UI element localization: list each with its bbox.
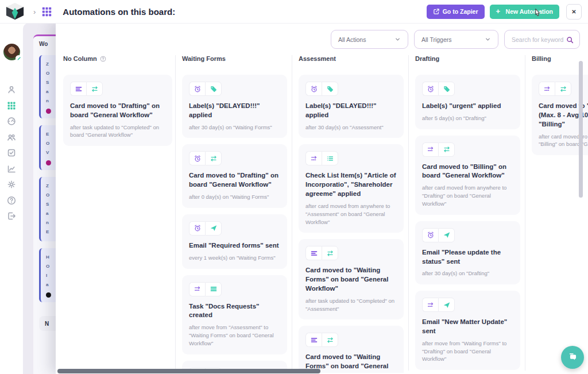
- card-label-dot: [46, 160, 51, 165]
- actions-filter-dropdown[interactable]: All Actions: [331, 30, 408, 49]
- search-icon[interactable]: [566, 36, 574, 43]
- card-icon-row: [305, 333, 397, 347]
- tag-icon: [438, 82, 455, 96]
- column-title: Waiting Forms: [182, 55, 226, 62]
- move-icon: [422, 142, 438, 157]
- keyword-search: [504, 30, 580, 49]
- column-divider: [525, 55, 525, 371]
- move-icon: [422, 298, 438, 312]
- board-grid-icon[interactable]: [41, 6, 52, 17]
- move-icon: [539, 82, 555, 96]
- column-title: No Column: [63, 55, 97, 62]
- card-icon-row: [189, 151, 280, 165]
- chart-icon[interactable]: [7, 164, 16, 173]
- card-subtitle: after card moved from anywhere to "Draft…: [422, 184, 513, 207]
- card-title: Label(s) "DELAYED!!!" applied: [305, 102, 397, 120]
- card-subtitle: after 30 day(s) on "Drafting": [422, 269, 513, 277]
- search-input[interactable]: [510, 36, 566, 44]
- card-subtitle: after 5 day(s) on "Drafting": [422, 114, 513, 122]
- send-icon: [438, 228, 455, 242]
- go-to-zapier-button[interactable]: Go to Zapier: [427, 5, 485, 19]
- automation-card[interactable]: Card moved to "Drafting" on board "Gener…: [63, 75, 172, 146]
- close-modal-button[interactable]: ✕: [566, 4, 582, 20]
- grid9-icon[interactable]: [7, 101, 16, 110]
- user-avatar[interactable]: [3, 44, 20, 60]
- chat-bubble-icon: [567, 352, 578, 363]
- card-subtitle: after move from "Waiting Forms" to "Draf…: [422, 340, 513, 363]
- automation-card[interactable]: Check List Item(s) "Article of Incorpora…: [299, 144, 404, 233]
- card-icon-row: [305, 246, 397, 260]
- triggers-filter-label: All Triggers: [421, 36, 452, 43]
- column-header: Waiting Forms: [182, 55, 287, 62]
- sidebar-nav: [0, 85, 23, 221]
- board-column-no-column: No ColumnCard moved to "Drafting" on boa…: [63, 55, 172, 373]
- person-icon[interactable]: [7, 85, 16, 94]
- tag-icon: [205, 82, 222, 96]
- actions-filter-label: All Actions: [338, 36, 366, 43]
- swap-icon: [322, 333, 338, 347]
- automation-card[interactable]: Task "Docs Requests" createdafter move f…: [182, 275, 287, 354]
- move-icon: [305, 151, 322, 165]
- card-icon-row: [305, 82, 397, 96]
- question-icon[interactable]: [7, 196, 16, 205]
- card-subtitle: after task updated to "Completed" on "As…: [305, 297, 397, 313]
- left-sidebar: [0, 23, 23, 374]
- automation-card[interactable]: Email "New Matter Update" sentafter move…: [415, 291, 520, 370]
- card-title: Check List Item(s) "Article of Incorpora…: [305, 171, 397, 199]
- column-cards: Label(s) "DELAYED!!!" appliedafter 30 da…: [299, 75, 404, 373]
- team-icon[interactable]: [7, 133, 16, 142]
- board-column-assessment: AssessmentLabel(s) "DELAYED!!!" applieda…: [299, 55, 404, 373]
- automation-card[interactable]: Card moved to "Waiting Forms" on board "…: [299, 326, 404, 373]
- sidebar-collapse-chevron[interactable]: ›: [33, 7, 36, 16]
- automation-card[interactable]: Card moved to "Billing" on board "Genera…: [415, 136, 520, 215]
- automation-card[interactable]: Card moved to "Waiting Forms" on board "…: [299, 239, 404, 319]
- move-icon: [189, 282, 205, 296]
- automation-card[interactable]: Label(s) "DELAYED!!!" appliedafter 30 da…: [299, 75, 404, 138]
- card-icon-row: [189, 282, 280, 296]
- chat-widget-button[interactable]: [561, 346, 584, 369]
- task-bars-icon: [70, 82, 86, 96]
- alarm-icon: [189, 221, 205, 236]
- gear-icon[interactable]: [7, 180, 16, 189]
- automation-card[interactable]: Card moved to "Drafting" on board "Gener…: [182, 144, 287, 207]
- send-icon: [438, 298, 455, 312]
- card-icon-row: [422, 298, 513, 312]
- new-automation-button[interactable]: + New Automation: [490, 5, 559, 19]
- card-title: Email "Please update the status" sent: [422, 248, 513, 267]
- automation-card[interactable]: Label(s) "urgent" appliedafter 5 day(s) …: [415, 75, 520, 129]
- board-column-waiting-forms: Waiting FormsLabel(s) "DELAYED!!!" appli…: [182, 55, 287, 373]
- card-subtitle: after 0 day(s) on "Waiting Forms": [189, 193, 280, 201]
- card-icon-row: [422, 82, 513, 96]
- automation-card[interactable]: Label(s) "DELAYED!!!" appliedafter 30 da…: [182, 75, 287, 138]
- automation-card[interactable]: Email "Please update the status" sentaft…: [415, 221, 520, 284]
- horizontal-scrollbar[interactable]: [57, 369, 320, 373]
- card-title: Card moved to "Waiting Forms" on board "…: [305, 266, 397, 294]
- card-title: Card moved to "Billing" on board "Genera…: [422, 163, 513, 181]
- card-subtitle: every 1 week(s) on "Waiting Forms": [189, 254, 280, 262]
- swap-icon: [205, 151, 222, 165]
- plus-icon: +: [496, 8, 503, 15]
- logout-icon[interactable]: [7, 211, 16, 221]
- chevron-down-icon: [485, 36, 491, 43]
- card-title: Task "Docs Requests" created: [189, 302, 280, 321]
- automation-card[interactable]: Email "Required forms" sentevery 1 week(…: [182, 214, 287, 269]
- card-subtitle: after move from "Assessment" to "Waiting…: [189, 323, 280, 347]
- info-icon[interactable]: [100, 56, 106, 62]
- column-cards: Card moved to "Drafting" on board "Gener…: [63, 75, 172, 373]
- dashboard-icon[interactable]: [7, 117, 16, 126]
- vertical-scrollbar[interactable]: [579, 61, 583, 198]
- task-bars-icon: [305, 246, 322, 260]
- board-column-drafting: DraftingLabel(s) "urgent" appliedafter 5…: [415, 55, 520, 373]
- filters-row: All Actions All Triggers: [331, 30, 580, 49]
- column-cards: Label(s) "urgent" appliedafter 5 day(s) …: [415, 75, 520, 373]
- swap-icon: [555, 82, 571, 96]
- app-window: Wo ZOSanEOVZOSanEHOIaN All Actions All T…: [0, 0, 588, 374]
- task-bars-icon: [305, 333, 322, 347]
- column-title: Billing: [532, 55, 551, 62]
- check-square-icon[interactable]: [7, 148, 16, 157]
- go-to-zapier-label: Go to Zapier: [443, 8, 478, 15]
- triggers-filter-dropdown[interactable]: All Triggers: [414, 30, 498, 49]
- card-icon-row: [189, 82, 280, 96]
- modal-header: › Automations on this board: Go to Zapie…: [0, 0, 588, 24]
- card-icon-row: [422, 228, 513, 242]
